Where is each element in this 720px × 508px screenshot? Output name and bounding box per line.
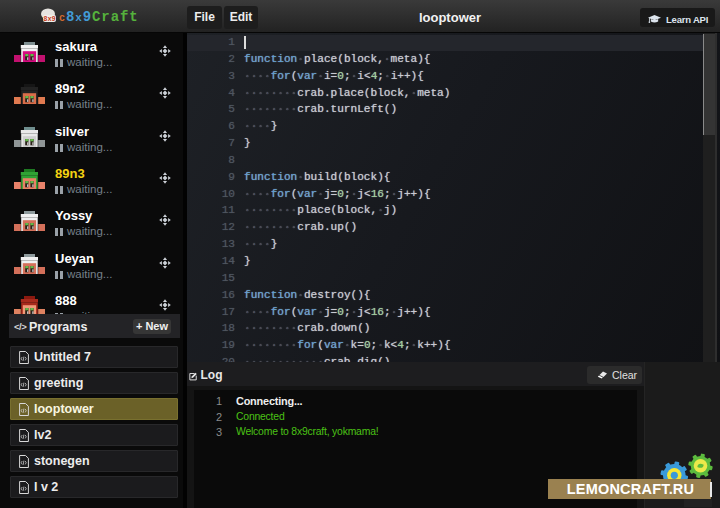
svg-text:8x9: 8x9: [43, 15, 56, 23]
